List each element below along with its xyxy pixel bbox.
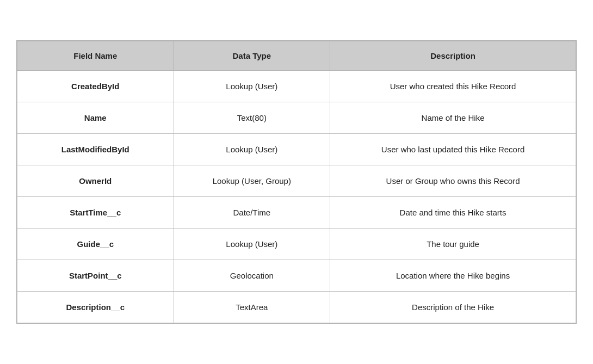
cell-data-type: Geolocation xyxy=(174,260,330,292)
cell-data-type: Text(80) xyxy=(174,102,330,134)
cell-field-name: StartPoint__c xyxy=(17,260,174,292)
cell-data-type: Lookup (User) xyxy=(174,229,330,260)
cell-field-name: CreatedById xyxy=(17,71,174,102)
table-row: Guide__cLookup (User)The tour guide xyxy=(17,229,576,260)
cell-description: User who created this Hike Record xyxy=(330,71,576,102)
table-header-row: Field Name Data Type Description xyxy=(17,41,576,71)
table-row: StartPoint__cGeolocationLocation where t… xyxy=(17,260,576,292)
header-description: Description xyxy=(330,41,576,71)
cell-description: Date and time this Hike starts xyxy=(330,197,576,229)
cell-field-name: Guide__c xyxy=(17,229,174,260)
table-row: Description__cTextAreaDescription of the… xyxy=(17,292,576,323)
cell-description: User who last updated this Hike Record xyxy=(330,134,576,165)
cell-data-type: Date/Time xyxy=(174,197,330,229)
cell-description: Description of the Hike xyxy=(330,292,576,323)
table-row: OwnerIdLookup (User, Group)User or Group… xyxy=(17,165,576,197)
cell-description: User or Group who owns this Record xyxy=(330,165,576,197)
cell-field-name: Name xyxy=(17,102,174,134)
cell-field-name: LastModifiedById xyxy=(17,134,174,165)
cell-field-name: Description__c xyxy=(17,292,174,323)
cell-description: Location where the Hike begins xyxy=(330,260,576,292)
cell-field-name: StartTime__c xyxy=(17,197,174,229)
header-data-type: Data Type xyxy=(174,41,330,71)
table-row: LastModifiedByIdLookup (User)User who la… xyxy=(17,134,576,165)
cell-data-type: TextArea xyxy=(174,292,330,323)
cell-data-type: Lookup (User) xyxy=(174,134,330,165)
cell-description: Name of the Hike xyxy=(330,102,576,134)
table-row: CreatedByIdLookup (User)User who created… xyxy=(17,71,576,102)
table-row: NameText(80)Name of the Hike xyxy=(17,102,576,134)
table-row: StartTime__cDate/TimeDate and time this … xyxy=(17,197,576,229)
cell-description: The tour guide xyxy=(330,229,576,260)
cell-data-type: Lookup (User, Group) xyxy=(174,165,330,197)
cell-field-name: OwnerId xyxy=(17,165,174,197)
main-table: Field Name Data Type Description Created… xyxy=(16,40,577,324)
cell-data-type: Lookup (User) xyxy=(174,71,330,102)
header-field-name: Field Name xyxy=(17,41,174,71)
